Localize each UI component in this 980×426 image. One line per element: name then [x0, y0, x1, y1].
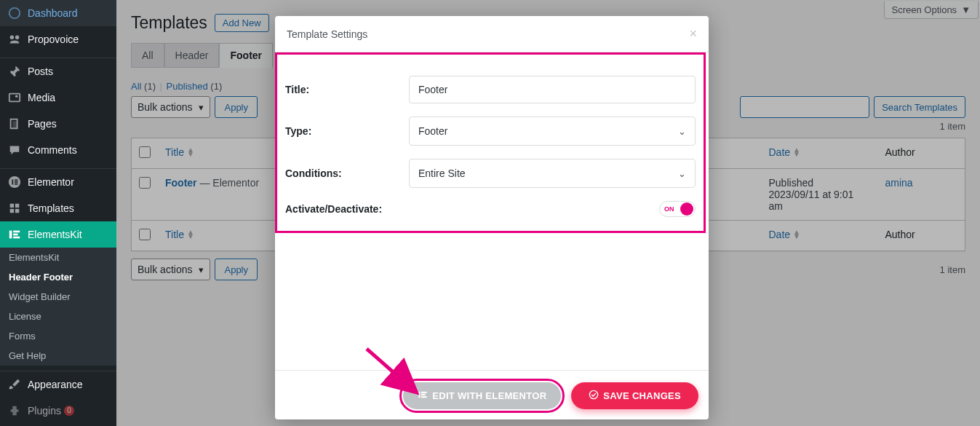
save-changes-button[interactable]: SAVE CHANGES — [571, 382, 698, 409]
sidebar-label: Plugins — [28, 405, 61, 417]
svg-rect-18 — [13, 234, 17, 236]
modal-footer: EDIT WITH ELEMENTOR SAVE CHANGES — [275, 370, 709, 419]
svg-point-2 — [15, 36, 19, 39]
elementskit-icon — [7, 227, 22, 242]
label-conditions: Conditions: — [285, 167, 409, 179]
svg-rect-17 — [13, 231, 20, 233]
modal-close-button[interactable]: × — [689, 26, 697, 42]
svg-rect-15 — [15, 209, 19, 213]
sidebar-submenu: ElementsKit Header Footer Widget Builder… — [0, 248, 116, 366]
save-button-label: SAVE CHANGES — [603, 390, 681, 401]
sidebar-item-pages[interactable]: Pages — [0, 111, 116, 137]
sidebar-label: Elementor — [28, 176, 74, 188]
conditions-select[interactable]: Entire Site ⌄ — [409, 159, 696, 188]
svg-rect-12 — [10, 204, 14, 208]
sidebar-label: Media — [28, 92, 55, 103]
label-type: Type: — [285, 125, 409, 137]
sidebar-item-propovoice[interactable]: Propovoice — [0, 26, 116, 52]
comment-icon — [7, 143, 22, 157]
sidebar-label: ElementsKit — [28, 229, 82, 240]
elementor-icon — [7, 175, 22, 189]
template-settings-modal: Template Settings × Title: Type: Footer … — [275, 16, 709, 419]
svg-rect-13 — [15, 204, 19, 208]
svg-point-24 — [590, 390, 598, 398]
svg-point-4 — [15, 95, 18, 98]
type-select[interactable]: Footer ⌄ — [409, 117, 696, 146]
admin-sidebar: Dashboard Propovoice Posts Media Pages C… — [0, 0, 116, 426]
svg-rect-14 — [10, 209, 14, 213]
sidebar-label: Pages — [28, 118, 57, 130]
page-icon — [7, 117, 22, 131]
svg-rect-9 — [15, 179, 18, 181]
plugin-update-badge: 0 — [64, 406, 74, 416]
sidebar-label: Posts — [28, 66, 53, 77]
modal-header: Template Settings × — [275, 16, 709, 52]
svg-rect-11 — [15, 184, 18, 185]
toggle-label: ON — [664, 205, 674, 213]
label-title: Title: — [285, 84, 409, 95]
svg-point-1 — [10, 36, 14, 39]
svg-rect-10 — [15, 181, 18, 183]
activate-toggle[interactable]: ON — [659, 201, 696, 217]
type-selected-value: Footer — [418, 125, 447, 137]
modal-body: Title: Type: Footer ⌄ Conditions: Entire… — [275, 52, 709, 370]
svg-rect-19 — [13, 237, 20, 239]
chevron-down-icon: ⌄ — [678, 168, 686, 179]
media-icon — [7, 90, 22, 105]
plugin-icon — [7, 403, 22, 418]
submenu-get-help[interactable]: Get Help — [0, 346, 116, 366]
svg-rect-6 — [12, 121, 17, 129]
templates-icon — [7, 201, 22, 216]
sidebar-item-templates[interactable]: Templates — [0, 195, 116, 221]
svg-rect-16 — [9, 231, 12, 239]
modal-title: Template Settings — [287, 28, 367, 40]
sidebar-label: Comments — [28, 144, 77, 156]
submenu-forms[interactable]: Forms — [0, 326, 116, 346]
svg-rect-8 — [12, 179, 13, 184]
submenu-elementskit[interactable]: ElementsKit — [0, 248, 116, 267]
propovoice-icon — [7, 32, 22, 47]
title-input[interactable] — [409, 76, 696, 103]
sidebar-item-media[interactable]: Media — [0, 84, 116, 111]
sidebar-label: Templates — [28, 202, 74, 214]
pin-icon — [7, 64, 22, 79]
brush-icon — [7, 377, 22, 392]
conditions-selected-value: Entire Site — [418, 167, 466, 179]
sidebar-item-elementor[interactable]: Elementor — [0, 169, 116, 195]
submenu-header-footer[interactable]: Header Footer — [0, 267, 116, 287]
svg-rect-23 — [421, 396, 427, 398]
sidebar-item-comments[interactable]: Comments — [0, 137, 116, 163]
sidebar-item-dashboard[interactable]: Dashboard — [0, 0, 116, 26]
check-circle-icon — [589, 390, 599, 402]
svg-rect-20 — [419, 392, 421, 398]
sidebar-label: Propovoice — [28, 33, 79, 45]
edit-button-label: EDIT WITH ELEMENTOR — [432, 390, 546, 401]
submenu-widget-builder[interactable]: Widget Builder — [0, 287, 116, 307]
sidebar-label: Appearance — [28, 379, 83, 390]
sidebar-item-appearance[interactable]: Appearance — [0, 371, 116, 398]
settings-highlight: Title: Type: Footer ⌄ Conditions: Entire… — [275, 52, 706, 233]
svg-rect-22 — [421, 394, 426, 395]
sidebar-item-posts[interactable]: Posts — [0, 58, 116, 84]
svg-rect-3 — [9, 94, 20, 102]
edit-with-elementor-button[interactable]: EDIT WITH ELEMENTOR — [403, 382, 561, 409]
svg-rect-21 — [421, 392, 427, 393]
chevron-down-icon: ⌄ — [678, 126, 686, 137]
sidebar-label: Dashboard — [28, 7, 78, 19]
submenu-license[interactable]: License — [0, 307, 116, 326]
sidebar-item-elementskit[interactable]: ElementsKit — [0, 221, 116, 248]
sidebar-item-plugins[interactable]: Plugins 0 — [0, 398, 116, 424]
dashboard-icon — [7, 6, 22, 20]
toggle-knob — [680, 202, 693, 216]
label-activate: Activate/Deactivate: — [285, 203, 409, 215]
elementskit-icon — [418, 390, 428, 402]
